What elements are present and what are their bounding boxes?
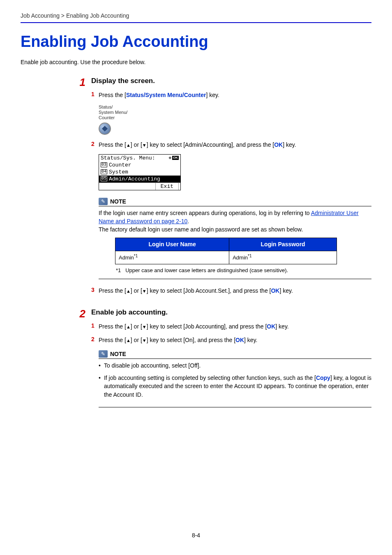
up-triangle-icon: ▲ (126, 289, 131, 294)
up-triangle-icon: ▲ (126, 143, 131, 148)
step-number: 3 (91, 287, 99, 295)
step-1-3: 3 Press the [▲] or [▼] key to select [Jo… (91, 287, 371, 295)
section-number: 1 (21, 77, 91, 300)
lcd-row-counter: 03 Counter (99, 162, 180, 169)
section-heading: Display the screen. (91, 77, 371, 85)
down-triangle-icon: ▼ (142, 324, 147, 329)
lcd-screen: Status/Sys. Menu: ✥ OK 03 Counter 04 Sys… (99, 154, 181, 190)
up-triangle-icon: ▲ (126, 324, 131, 329)
footnote: *1 Upper case and lower case letters are… (116, 267, 371, 275)
key-label: Status/System Menu/Counter (126, 92, 206, 98)
step-number: 2 (91, 336, 99, 345)
login-credentials-table: Login User Name Login Password Admin*1 A… (115, 238, 337, 264)
note-title: NOTE (110, 351, 126, 357)
note-icon (99, 198, 108, 205)
button-diagram: Status/ System Menu/ Counter (99, 104, 371, 135)
step-number: 1 (91, 91, 99, 99)
note-bullet-2: • If job accounting setting is completed… (99, 374, 371, 399)
page-number: 8-4 (192, 532, 200, 539)
step-text: Press the [▲] or [▼] key to select [On],… (99, 336, 371, 345)
lcd-row-system: 04 System (99, 169, 180, 176)
table-cell-password: Admin*1 (229, 251, 337, 264)
key-label-ok: OK (271, 287, 279, 294)
page-title: Enabling Job Accounting (21, 33, 371, 51)
step-text: Press the [▲] or [▼] key to select [Job … (99, 287, 371, 295)
nav-diamond-icon: ✥ (168, 156, 171, 160)
section-1: 1 Display the screen. 1 Press the [Statu… (21, 77, 371, 300)
key-label-ok: OK (235, 337, 244, 343)
down-triangle-icon: ▼ (142, 143, 147, 148)
intro-text: Enable job accounting. Use the procedure… (21, 59, 371, 65)
step-number: 2 (91, 141, 99, 149)
up-triangle-icon: ▲ (126, 338, 131, 343)
table-header-username: Login User Name (115, 238, 229, 251)
step-1-1: 1 Press the [Status/System Menu/Counter]… (91, 91, 371, 99)
section-number: 2 (21, 308, 91, 415)
table-header-password: Login Password (229, 238, 337, 251)
lcd-ok-badge: OK (172, 156, 179, 160)
step-2-2: 2 Press the [▲] or [▼] key to select [On… (91, 336, 371, 345)
step-text: Press the [▲] or [▼] key to select [Job … (99, 322, 371, 331)
breadcrumb: Job Accounting > Enabling Job Accounting (21, 12, 371, 23)
note-icon (99, 350, 108, 358)
table-cell-username: Admin*1 (115, 251, 229, 264)
key-label-copy: Copy (316, 375, 330, 381)
note-box-2: NOTE • To disable job accounting, select… (99, 350, 371, 407)
button-label: Status/ System Menu/ Counter (99, 104, 371, 121)
key-label-ok: OK (267, 323, 275, 330)
note-bullet-1: • To disable job accounting, select [Off… (99, 361, 371, 370)
down-triangle-icon: ▼ (142, 289, 147, 294)
physical-button-icon (99, 123, 111, 135)
down-triangle-icon: ▼ (142, 338, 147, 343)
key-label-ok: OK (274, 141, 283, 148)
section-heading: Enable job accounting. (91, 308, 371, 317)
step-1-2: 2 Press the [▲] or [▼] key to select [Ad… (91, 141, 371, 149)
step-text: Press the [Status/System Menu/Counter] k… (99, 91, 371, 99)
note-title: NOTE (110, 198, 126, 205)
step-2-1: 1 Press the [▲] or [▼] key to select [Jo… (91, 322, 371, 331)
lcd-title: Status/Sys. Menu: (101, 155, 155, 161)
note-box-1: NOTE If the login user name entry screen… (99, 198, 371, 279)
step-text: Press the [▲] or [▼] key to select [Admi… (99, 141, 371, 149)
lcd-exit-button: Exit (155, 183, 179, 190)
section-2: 2 Enable job accounting. 1 Press the [▲]… (21, 308, 371, 415)
lcd-nav-icons: ✥ OK (168, 156, 179, 160)
lcd-row-admin: 05 Admin/Accounting (99, 176, 180, 183)
step-number: 1 (91, 322, 99, 331)
